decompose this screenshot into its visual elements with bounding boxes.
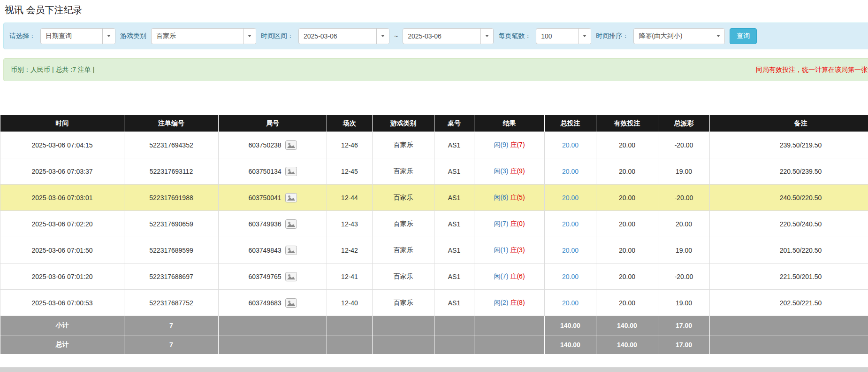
payout-cell: -20.00: [658, 264, 710, 290]
round-cell: 603750238: [219, 132, 327, 158]
result-player: 闲(9): [494, 141, 508, 148]
remark-cell: 201.50/220.50: [710, 237, 868, 264]
valid-bet-notice: 同局有效投注，统一计算在该局第一张注单: [756, 66, 868, 74]
valid-bet-cell: 20.00: [596, 237, 658, 264]
filter-bar: 请选择： 日期查询 游戏类别 百家乐 时间区间： 2025-03-06 ~ 20…: [3, 23, 868, 49]
total-result-cell: [474, 335, 545, 355]
game-type-cell: 百家乐: [373, 264, 434, 290]
result-banker: 庄(3): [510, 246, 525, 254]
table-no-cell: AS1: [434, 158, 474, 185]
bet-id-cell: 522317687752: [124, 290, 219, 316]
table-footer: 小计7140.00140.0017.00总计7140.00140.0017.00: [0, 316, 868, 355]
session-cell: 12-45: [327, 158, 373, 185]
total-bet-link[interactable]: 20.00: [562, 273, 579, 280]
total-bet-cell: 20.00: [545, 211, 596, 237]
header-total-bet: 总投注: [545, 115, 596, 132]
game-type-cell: 百家乐: [373, 237, 434, 264]
total-bet-cell: 20.00: [545, 132, 596, 158]
time-cell: 2025-03-06 07:04:15: [0, 132, 124, 158]
result-banker: 庄(5): [510, 194, 525, 201]
header-valid-bet: 有效投注: [596, 115, 658, 132]
round-detail-icon[interactable]: [285, 298, 297, 308]
range-separator: ~: [394, 32, 398, 40]
result-banker: 庄(0): [510, 220, 525, 227]
date-from-value: 2025-03-06: [299, 32, 376, 40]
payout-cell: 19.00: [658, 158, 710, 185]
per-page-select[interactable]: 100: [536, 28, 591, 44]
chevron-down-icon: [480, 29, 493, 44]
round-number: 603749765: [248, 273, 281, 280]
header-game-type: 游戏类别: [373, 115, 434, 132]
total-bet-link[interactable]: 20.00: [562, 220, 579, 228]
total-bet-link[interactable]: 20.00: [562, 299, 579, 307]
result-banker: 庄(6): [510, 272, 525, 280]
table-no-cell: AS1: [434, 290, 474, 316]
bet-table: 时间注单编号局号场次游戏类别桌号结果总投注有效投注总派彩备注 2025-03-0…: [0, 115, 868, 355]
game-type-cell: 百家乐: [373, 185, 434, 211]
round-detail-icon[interactable]: [285, 246, 297, 255]
remark-cell: 202.50/221.50: [710, 290, 868, 316]
header-time: 时间: [0, 115, 124, 132]
total-bet-link[interactable]: 20.00: [562, 194, 579, 202]
round-number: 603750041: [248, 194, 281, 202]
total-bet-link[interactable]: 20.00: [562, 141, 579, 149]
total-bet-id-cell: 7: [124, 335, 219, 355]
round-number: 603749843: [248, 247, 281, 254]
date-to-value: 2025-03-06: [403, 32, 480, 40]
time-range-label: 时间区间：: [261, 32, 294, 40]
round-number: 603749936: [248, 220, 281, 228]
remark-cell: 220.50/239.50: [710, 158, 868, 185]
subtotal-valid-bet-cell: 140.00: [596, 316, 658, 335]
total-remark-cell: [710, 335, 868, 355]
total-row: 总计7140.00140.0017.00: [0, 335, 868, 355]
chevron-down-icon: [376, 29, 389, 44]
result-cell: 闲(2) 庄(8): [474, 290, 545, 316]
header-payout: 总派彩: [658, 115, 710, 132]
table-no-cell: AS1: [434, 132, 474, 158]
date-from-select[interactable]: 2025-03-06: [298, 28, 389, 44]
game-type-cell: 百家乐: [373, 290, 434, 316]
valid-bet-cell: 20.00: [596, 264, 658, 290]
remark-cell: 220.50/240.50: [710, 211, 868, 237]
round-detail-icon[interactable]: [285, 193, 297, 202]
round-cell: 603750134: [219, 158, 327, 185]
result-player: 闲(7): [494, 272, 508, 280]
round-detail-icon[interactable]: [285, 167, 297, 176]
payout-cell: 19.00: [658, 237, 710, 264]
game-type-select[interactable]: 百家乐: [151, 28, 256, 44]
table-no-cell: AS1: [434, 237, 474, 264]
date-to-select[interactable]: 2025-03-06: [403, 28, 494, 44]
session-cell: 12-40: [327, 290, 373, 316]
result-player: 闲(2): [494, 299, 508, 306]
game-type-value: 百家乐: [152, 32, 243, 40]
valid-bet-cell: 20.00: [596, 158, 658, 185]
bet-id-cell: 522317690659: [124, 211, 219, 237]
sort-order-select[interactable]: 降幂(由大到小): [633, 28, 725, 44]
round-number: 603750238: [248, 141, 281, 149]
bet-id-cell: 522317688697: [124, 264, 219, 290]
remark-cell: 239.50/219.50: [710, 132, 868, 158]
summary-bar: 币别：人民币 | 总共 :7 注单 | 同局有效投注，统一计算在该局第一张注单: [3, 58, 868, 81]
result-cell: 闲(7) 庄(0): [474, 211, 545, 237]
round-detail-icon[interactable]: [285, 219, 297, 229]
session-cell: 12-46: [327, 132, 373, 158]
total-total-bet-cell: 140.00: [545, 335, 596, 355]
subtotal-session-cell: [327, 316, 373, 335]
round-detail-icon[interactable]: [285, 140, 297, 150]
subtotal-time-cell: 小计: [0, 316, 124, 335]
currency-summary: 币别：人民币 | 总共 :7 注单 |: [11, 66, 94, 74]
result-banker: 庄(9): [510, 167, 525, 175]
remark-cell: 221.50/201.50: [710, 264, 868, 290]
valid-bet-cell: 20.00: [596, 211, 658, 237]
table-header-row: 时间注单编号局号场次游戏类别桌号结果总投注有效投注总派彩备注: [0, 115, 868, 132]
round-number: 603749683: [248, 299, 281, 307]
total-bet-link[interactable]: 20.00: [562, 168, 579, 175]
sort-order-value: 降幂(由大到小): [634, 32, 712, 40]
search-button[interactable]: 查询: [730, 28, 757, 44]
total-bet-link[interactable]: 20.00: [562, 247, 579, 254]
header-remark: 备注: [710, 115, 868, 132]
query-type-select[interactable]: 日期查询: [40, 28, 115, 44]
round-detail-icon[interactable]: [285, 272, 297, 281]
result-banker: 庄(7): [510, 141, 525, 148]
table-no-cell: AS1: [434, 185, 474, 211]
